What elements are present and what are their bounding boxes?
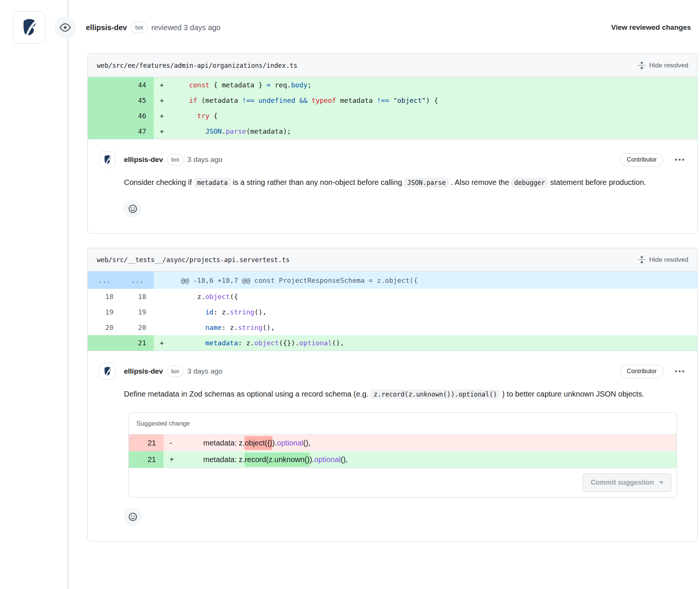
smiley-icon xyxy=(128,204,138,214)
add-reaction-button[interactable] xyxy=(124,508,141,525)
suggested-change-title: Suggested change xyxy=(129,413,677,435)
diff-line: 47+ JSON.parse(metadata); xyxy=(88,124,697,139)
reviewer-avatar[interactable] xyxy=(13,11,45,44)
comment-author[interactable]: ellipsis-dev xyxy=(124,156,163,164)
review-title: ellipsis-dev bot reviewed 3 days ago xyxy=(86,22,220,33)
code-line: metadata: z.object({}).optional(), xyxy=(173,335,697,351)
comment-text: Consider checking if xyxy=(124,178,194,186)
comment-meta: ellipsis-dev bot 3 days ago xyxy=(124,154,222,165)
comment-avatar[interactable] xyxy=(99,151,116,168)
new-line-number: 46 xyxy=(121,108,154,124)
ellipsis-logo-icon xyxy=(101,154,113,166)
inline-code: debugger xyxy=(511,178,548,188)
bot-badge: bot xyxy=(131,22,148,33)
hide-resolved-button[interactable]: Hide resolved xyxy=(638,61,688,69)
diff-line: 45+ if (metadata !== undefined && typeof… xyxy=(88,93,697,108)
bot-badge: bot xyxy=(167,366,184,377)
comment-actions: Contributor xyxy=(620,365,686,378)
review-thread-card: web/src/ee/features/admin-api/organizati… xyxy=(87,53,698,233)
add-reaction-button[interactable] xyxy=(124,200,141,217)
comment-text: statement before production. xyxy=(548,178,646,186)
comment-text: ) to better capture unknown JSON objects… xyxy=(500,390,644,398)
old-line-number xyxy=(88,108,121,124)
code-line: if (metadata !== undefined && typeof met… xyxy=(173,93,697,108)
inline-code: JSON.parse xyxy=(404,178,449,188)
old-line-number: ... xyxy=(88,272,121,289)
suggestion-diff: 21- metadata: z.object({}).optional(),21… xyxy=(129,435,677,468)
file-header: web/src/__tests__/async/projects-api.ser… xyxy=(88,248,697,272)
code-line: const { metadata } = req.body; xyxy=(173,77,697,93)
comment-author[interactable]: ellipsis-dev xyxy=(124,367,163,375)
fold-icon xyxy=(638,256,646,264)
diff-sign xyxy=(154,289,173,304)
comment-actions: Contributor xyxy=(620,153,686,166)
comment-text: Define metadata in Zod schemas as option… xyxy=(124,390,371,398)
hide-resolved-button[interactable]: Hide resolved xyxy=(638,256,688,264)
code-line: JSON.parse(metadata); xyxy=(173,124,697,139)
timeline-line xyxy=(67,0,69,589)
diff-line: 21+ metadata: z.object({}).optional(), xyxy=(88,335,697,351)
diff-sign: + xyxy=(154,77,173,93)
comment-header: ellipsis-dev bot 3 days ago Contributor xyxy=(99,151,686,168)
comment-timestamp[interactable]: 3 days ago xyxy=(187,156,222,164)
smiley-icon xyxy=(128,512,138,522)
diff-sign xyxy=(154,272,173,289)
diff-line: 1919 id: z.string(), xyxy=(88,304,697,320)
commit-suggestion-button[interactable]: Commit suggestion xyxy=(583,473,671,492)
contributor-badge: Contributor xyxy=(620,153,663,166)
kebab-icon xyxy=(675,370,685,373)
comment-avatar[interactable] xyxy=(99,363,116,380)
old-line-number: 20 xyxy=(88,320,121,335)
diff-sign: + xyxy=(154,124,173,139)
old-line-number: 18 xyxy=(88,289,121,304)
diff-line: ......@@ -18,6 +18,7 @@ const ProjectRes… xyxy=(88,272,697,289)
line-number: 21 xyxy=(129,451,164,468)
kebab-menu-button[interactable] xyxy=(673,368,686,375)
new-line-number: 45 xyxy=(121,93,154,108)
line-number: 21 xyxy=(129,435,164,451)
code-line: metadata: z.object({}).optional(), xyxy=(183,435,677,451)
new-line-number: 21 xyxy=(121,335,154,351)
diff-sign: + xyxy=(154,108,173,124)
code-line: name: z.string(), xyxy=(173,320,697,335)
review-comment: ellipsis-dev bot 3 days ago Contributor … xyxy=(88,351,697,541)
review-comment: ellipsis-dev bot 3 days ago Contributor … xyxy=(88,139,697,233)
inline-code: z.record(z.unknown()).optional() xyxy=(371,389,500,399)
reviewer-name[interactable]: ellipsis-dev xyxy=(86,23,127,32)
kebab-icon xyxy=(675,158,685,161)
suggestion-footer: Commit suggestion xyxy=(129,468,677,497)
comment-text: . Also remove the xyxy=(449,178,511,186)
code-line: try { xyxy=(173,108,697,124)
fold-icon xyxy=(638,61,646,69)
new-line-number: 47 xyxy=(121,124,154,139)
diff-line: 44+ const { metadata } = req.body; xyxy=(88,77,697,93)
old-line-number xyxy=(88,93,121,108)
view-reviewed-changes-link[interactable]: View reviewed changes xyxy=(611,23,691,32)
caret-down-icon xyxy=(659,481,663,484)
diff-sign: + xyxy=(164,451,183,468)
file-path-link[interactable]: web/src/__tests__/async/projects-api.ser… xyxy=(97,256,290,264)
code-line: z.object({ xyxy=(173,289,697,304)
suggested-change-block: Suggested change 21- metadata: z.object(… xyxy=(128,412,677,497)
new-line-number: 44 xyxy=(121,77,154,93)
old-line-number: 19 xyxy=(88,304,121,320)
comment-header: ellipsis-dev bot 3 days ago Contributor xyxy=(99,363,686,380)
code-line: @@ -18,6 +18,7 @@ const ProjectResponseS… xyxy=(173,272,697,289)
review-header: ellipsis-dev bot reviewed 3 days ago Vie… xyxy=(0,0,700,44)
eye-icon xyxy=(54,17,76,38)
code-diff: ......@@ -18,6 +18,7 @@ const ProjectRes… xyxy=(88,272,697,351)
comment-meta: ellipsis-dev bot 3 days ago xyxy=(124,366,222,377)
diff-sign xyxy=(154,304,173,320)
diff-sign: + xyxy=(154,93,173,108)
diff-line: 21+ metadata: z.record(z.unknown()).opti… xyxy=(129,451,677,468)
diff-line: 1818 z.object({ xyxy=(88,289,697,304)
new-line-number: 20 xyxy=(121,320,154,335)
file-path-link[interactable]: web/src/ee/features/admin-api/organizati… xyxy=(97,62,297,69)
old-line-number xyxy=(88,335,121,351)
kebab-menu-button[interactable] xyxy=(673,156,686,163)
comment-timestamp[interactable]: 3 days ago xyxy=(187,367,222,375)
inline-code: metadata xyxy=(194,178,231,188)
bot-badge: bot xyxy=(167,154,184,165)
comment-body: Define metadata in Zod schemas as option… xyxy=(124,387,686,401)
diff-sign: - xyxy=(164,435,183,451)
